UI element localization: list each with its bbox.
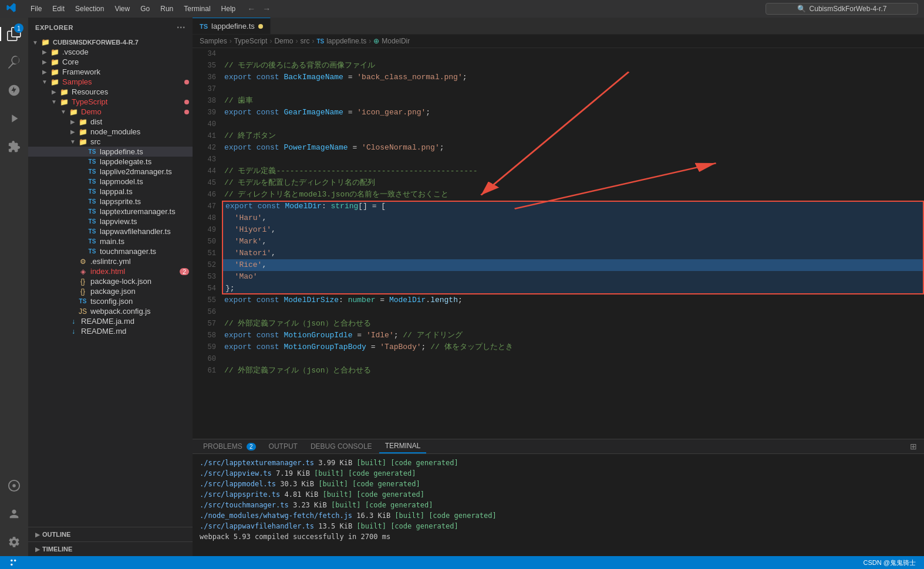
sidebar-item-webpack[interactable]: JS webpack.config.js [28, 306, 193, 316]
sidebar-item-vscode[interactable]: ▶ 📁 .vscode [28, 47, 193, 57]
code-line[interactable] [222, 306, 924, 318]
sidebar-item-lappmodel[interactable]: TS lappmodel.ts [28, 177, 193, 187]
settings-activity-icon[interactable] [0, 528, 28, 556]
sidebar-item-demo[interactable]: ▼ 📁 Demo [28, 107, 193, 117]
sidebar-item-resources[interactable]: ▶ 📁 Resources [28, 87, 193, 97]
explorer-activity-icon[interactable]: 1 [0, 20, 28, 48]
sidebar-item-lappsprite[interactable]: TS lappsprite.ts [28, 197, 193, 206]
tab-output[interactable]: OUTPUT [263, 440, 303, 453]
code-line[interactable]: 'Hiyori', [222, 224, 924, 236]
code-line[interactable]: export const GearImageName = 'icon_gear.… [222, 107, 924, 118]
sidebar-item-eslint[interactable]: ⚙ .eslintrc.yml [28, 256, 193, 266]
sidebar-more-button[interactable]: ··· [177, 22, 186, 33]
code-line[interactable]: // 歯車 [222, 95, 924, 107]
tab-terminal[interactable]: TERMINAL [379, 439, 427, 453]
menu-help[interactable]: Help [217, 4, 241, 14]
code-line[interactable]: export const PowerImageName = 'CloseNorm… [222, 142, 924, 154]
sidebar-item-node-modules[interactable]: ▶ 📁 node_modules [28, 127, 193, 137]
sidebar-item-src[interactable]: ▼ 📁 src [28, 137, 193, 147]
code-line[interactable]: export const ModelDirSize: number = Mode… [222, 294, 924, 306]
menu-run[interactable]: Run [156, 4, 178, 14]
menu-edit[interactable]: Edit [48, 4, 69, 14]
code-line[interactable]: 'Mao' [222, 271, 924, 283]
breadcrumb-src[interactable]: src [300, 37, 309, 45]
menu-selection[interactable]: Selection [70, 4, 109, 14]
breadcrumb-modeldir[interactable]: ModelDir [382, 37, 410, 45]
code-editor[interactable]: 3435363738394041424344454647484950515253… [193, 48, 924, 439]
sidebar-item-index-html[interactable]: ◈ index.html 2 [28, 266, 193, 276]
sidebar-item-lappdefine[interactable]: TS lappdefine.ts [28, 147, 193, 157]
code-line[interactable]: 'Natori', [222, 248, 924, 259]
code-line[interactable]: 'Rice', [222, 259, 924, 271]
vscode-folder-icon: 📁 [49, 48, 60, 56]
tab-problems[interactable]: PROBLEMS 2 [197, 440, 262, 453]
run-activity-icon[interactable] [0, 104, 28, 133]
sidebar-item-lapptexture[interactable]: TS lapptexturemanager.ts [28, 206, 193, 216]
code-line[interactable]: }; [222, 283, 924, 294]
code-line[interactable]: // 終了ボタン [222, 130, 924, 142]
sidebar-item-readmeja[interactable]: ↓ README.ja.md [28, 316, 193, 326]
code-line[interactable]: export const BackImageName = 'back_class… [222, 72, 924, 83]
code-line[interactable]: // ディレクトリ名とmodel3.jsonの名前を一致させておくこと [222, 189, 924, 201]
scm-activity-icon[interactable] [0, 76, 28, 104]
forward-button[interactable]: → [260, 3, 273, 15]
sidebar-item-framework[interactable]: ▶ 📁 Framework [28, 67, 193, 77]
breadcrumb-typescript[interactable]: TypeScript [234, 37, 268, 45]
status-branch[interactable] [5, 558, 20, 567]
main-layout: 1 EXPLORER ··· [0, 18, 924, 556]
menu-file[interactable]: File [26, 4, 46, 14]
terminal-maximize-button[interactable]: ⊞ [908, 439, 919, 453]
sidebar-item-typescript[interactable]: ▼ 📁 TypeScript [28, 97, 193, 107]
sidebar-item-package[interactable]: {} package.json [28, 286, 193, 296]
breadcrumb-symbol[interactable]: ⊕ [373, 37, 379, 45]
tab-lappdefine[interactable]: TS lappdefine.ts [193, 18, 271, 34]
code-line[interactable]: 'Mark', [222, 236, 924, 248]
sidebar-item-core[interactable]: ▶ 📁 Core [28, 57, 193, 67]
code-line[interactable] [222, 83, 924, 95]
code-line[interactable]: // モデルを配置したディレクトリ名の配列 [222, 177, 924, 189]
sidebar-item-dist[interactable]: ▶ 📁 dist [28, 117, 193, 127]
sidebar-item-lapppal[interactable]: TS lapppal.ts [28, 187, 193, 197]
search-bar[interactable]: 🔍 CubismSdkForWeb-4-r.7 [765, 3, 918, 15]
extensions-activity-icon[interactable] [0, 133, 28, 161]
code-line[interactable] [222, 353, 924, 365]
sidebar-item-readme[interactable]: ↓ README.md [28, 326, 193, 336]
menu-terminal[interactable]: Terminal [179, 4, 215, 14]
sidebar-item-lappdelegate[interactable]: TS lappdelegate.ts [28, 157, 193, 167]
sidebar-item-lapplive2d[interactable]: TS lapplive2dmanager.ts [28, 167, 193, 177]
back-button[interactable]: ← [245, 3, 258, 15]
tree-root[interactable]: ▼ 📁 CUBISMSDKFORWEB-4-R.7 [28, 38, 193, 47]
code-line[interactable]: 'Haru', [222, 212, 924, 224]
code-line[interactable]: // モデル定義--------------------------------… [222, 165, 924, 177]
code-line[interactable]: export const MotionGroupIdle = 'Idle'; /… [222, 330, 924, 341]
ts-icon-5: TS [87, 188, 97, 195]
menu-view[interactable]: View [110, 4, 134, 14]
code-line[interactable] [222, 154, 924, 165]
code-line[interactable]: // 外部定義ファイル（json）と合わせる [222, 318, 924, 330]
search-activity-icon[interactable] [0, 48, 28, 76]
menu-go[interactable]: Go [136, 4, 154, 14]
sidebar-item-main[interactable]: TS main.ts [28, 236, 193, 246]
nav-buttons: ← → [245, 3, 273, 15]
terminal-content[interactable]: ./src/lapptexturemanager.ts 3.99 KiB [bu… [193, 454, 924, 556]
code-line[interactable]: export const MotionGroupTapBody = 'TapBo… [222, 341, 924, 353]
accounts-activity-icon[interactable] [0, 500, 28, 528]
sidebar-item-packagelock[interactable]: {} package-lock.json [28, 276, 193, 286]
breadcrumb-samples[interactable]: Samples [200, 37, 227, 45]
code-line[interactable] [222, 118, 924, 130]
breadcrumb-file[interactable]: lappdefine.ts [326, 37, 366, 45]
breadcrumb-demo[interactable]: Demo [274, 37, 293, 45]
sidebar-item-samples[interactable]: ▼ 📁 Samples [28, 77, 193, 87]
sidebar-item-touchmanager[interactable]: TS touchmanager.ts [28, 246, 193, 256]
sidebar-item-lappwav[interactable]: TS lappwavfilehandler.ts [28, 226, 193, 236]
sidebar-item-lappview[interactable]: TS lappview.ts [28, 216, 193, 226]
code-line[interactable]: export const ModelDir: string[] = [ [222, 201, 924, 212]
timeline-section[interactable]: ▶ TIMELINE [28, 541, 193, 556]
code-line[interactable]: // 外部定義ファイル（json）と合わせる [222, 365, 924, 377]
tab-debug-console[interactable]: DEBUG CONSOLE [305, 440, 378, 453]
outline-section[interactable]: ▶ OUTLINE [28, 527, 193, 541]
code-line[interactable]: // モデルの後ろにある背景の画像ファイル [222, 60, 924, 72]
code-line[interactable] [222, 48, 924, 60]
remote-activity-icon[interactable] [0, 472, 28, 500]
sidebar-item-tsconfig[interactable]: TS tsconfig.json [28, 296, 193, 306]
